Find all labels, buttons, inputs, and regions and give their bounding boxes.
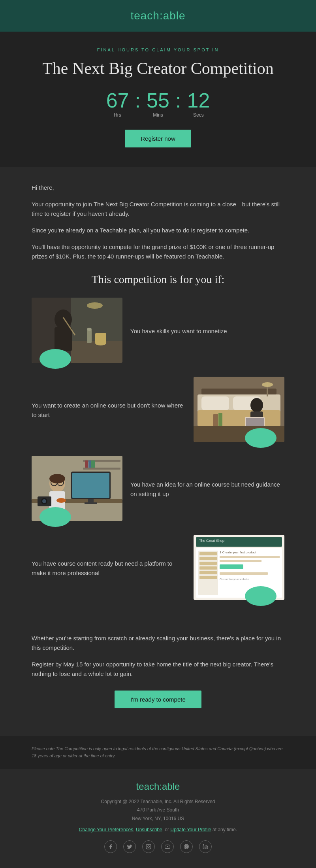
svg-rect-15 bbox=[198, 410, 280, 426]
countdown-hours-label: Hrs bbox=[102, 112, 134, 118]
footer-address-1: 470 Park Ave South bbox=[16, 806, 300, 815]
cta-para-2: Register by May 15 for your opportunity … bbox=[32, 660, 284, 679]
footer-copyright: Copyright @ 2022 Teachable, Inc. All Rig… bbox=[16, 798, 300, 806]
facebook-icon[interactable] bbox=[104, 840, 117, 853]
oval-decor-1 bbox=[40, 349, 71, 369]
countdown-seconds-label: Secs bbox=[182, 112, 214, 118]
svg-rect-4 bbox=[55, 327, 72, 351]
oval-decor-4 bbox=[245, 586, 276, 606]
ready-to-compete-button[interactable]: I'm ready to compete bbox=[115, 691, 201, 708]
feature-text-2: You want to create an online course but … bbox=[32, 401, 186, 420]
svg-point-46 bbox=[56, 498, 66, 503]
footer: teach:able Copyright @ 2022 Teachable, I… bbox=[0, 769, 316, 865]
svg-rect-5 bbox=[87, 329, 92, 343]
svg-rect-34 bbox=[72, 473, 109, 498]
body-para-3: You'll have the opportunity to compete f… bbox=[32, 242, 284, 261]
body-content: Hi there, Your opportunity to join The N… bbox=[0, 167, 316, 630]
footer-logo: teach:able bbox=[16, 781, 300, 792]
footer-logo-colon: : bbox=[159, 781, 162, 792]
twitter-icon[interactable] bbox=[123, 840, 136, 853]
feature-image-wrap-1 bbox=[32, 298, 122, 365]
svg-rect-20 bbox=[213, 414, 218, 426]
oval-decor-3 bbox=[40, 507, 71, 527]
change-preferences-link[interactable]: Change Your Preferences bbox=[79, 827, 133, 832]
countdown: 67 Hrs : 55 Mins : 12 Secs bbox=[32, 90, 284, 118]
countdown-sep-2: : bbox=[174, 90, 182, 111]
svg-rect-13 bbox=[201, 396, 229, 410]
svg-point-42 bbox=[49, 474, 65, 483]
svg-rect-29 bbox=[85, 460, 88, 468]
svg-rect-31 bbox=[91, 460, 95, 468]
feature-item-2: You want to create an online course but … bbox=[32, 377, 284, 444]
countdown-minutes-label: Mins bbox=[142, 112, 174, 118]
countdown-seconds-unit: 12 Secs bbox=[182, 90, 214, 118]
svg-point-9 bbox=[87, 302, 103, 309]
footer-links: Change Your Preferences, Unsubscribe, or… bbox=[16, 827, 300, 832]
svg-rect-11 bbox=[201, 389, 276, 394]
feature-text-3: You have an idea for an online course bu… bbox=[130, 480, 284, 499]
svg-rect-8 bbox=[95, 333, 106, 343]
legal-section: Please note The Competition is only open… bbox=[0, 736, 316, 769]
svg-point-6 bbox=[87, 328, 92, 331]
svg-rect-50 bbox=[203, 846, 204, 849]
cta-para-1: Whether you're starting from scratch or … bbox=[32, 634, 284, 653]
svg-rect-36 bbox=[85, 502, 97, 504]
cta-section: Whether you're starting from scratch or … bbox=[0, 630, 316, 736]
hero-pretitle: FINAL HOURS TO CLAIM YOUR SPOT IN bbox=[32, 47, 284, 52]
register-now-button[interactable]: Register now bbox=[125, 130, 191, 147]
svg-marker-49 bbox=[167, 846, 168, 848]
svg-rect-47 bbox=[146, 845, 151, 849]
instagram-icon[interactable] bbox=[142, 840, 155, 853]
svg-rect-21 bbox=[218, 413, 222, 426]
linkedin-icon[interactable] bbox=[199, 840, 212, 853]
footer-logo-rest: able bbox=[162, 781, 180, 792]
feature-text-4: You have course content ready but need a… bbox=[32, 559, 186, 578]
countdown-minutes-number: 55 bbox=[142, 90, 174, 111]
hero-title: The Next Big Creator Competition bbox=[32, 58, 284, 78]
footer-address: Copyright @ 2022 Teachable, Inc. All Rig… bbox=[16, 798, 300, 823]
feature-image-wrap-4: The Great Shop 1 Create your first bbox=[194, 535, 284, 602]
countdown-minutes-unit: 55 Mins bbox=[142, 90, 174, 118]
legal-text: Please note The Competition is only open… bbox=[32, 745, 284, 759]
platform-bar: The Great Shop bbox=[196, 537, 282, 547]
footer-address-2: New York, NY, 10016 US bbox=[16, 815, 300, 823]
update-profile-link[interactable]: Update Your Profile bbox=[170, 827, 211, 832]
section-title: This competition is for you if: bbox=[32, 273, 284, 286]
svg-rect-30 bbox=[88, 460, 91, 468]
header: teach:able bbox=[0, 0, 316, 32]
countdown-hours-unit: 67 Hrs bbox=[102, 90, 134, 118]
footer-link-suffix: at any time. bbox=[213, 827, 237, 832]
logo: teach:able bbox=[8, 9, 308, 22]
feature-item-1: You have skills you want to monetize bbox=[32, 298, 284, 365]
body-para-2: Since you're already on a Teachable plan… bbox=[32, 226, 284, 235]
unsubscribe-link[interactable]: Unsubscribe bbox=[136, 827, 162, 832]
youtube-icon[interactable] bbox=[161, 840, 174, 853]
svg-point-16 bbox=[250, 398, 263, 412]
logo-colon: : bbox=[160, 9, 163, 22]
svg-rect-28 bbox=[83, 468, 120, 470]
feature-text-1: You have skills you want to monetize bbox=[130, 326, 284, 336]
logo-rest: able bbox=[163, 9, 186, 22]
logo-text: teach bbox=[130, 9, 160, 22]
hero-section: FINAL HOURS TO CLAIM YOUR SPOT IN The Ne… bbox=[0, 32, 316, 167]
oval-decor-2 bbox=[245, 428, 276, 448]
greeting-text: Hi there, bbox=[32, 183, 284, 192]
countdown-seconds-number: 12 bbox=[182, 90, 214, 111]
pinterest-icon[interactable] bbox=[180, 840, 193, 853]
feature-item-4: The Great Shop 1 Create your first bbox=[32, 535, 284, 602]
svg-point-45 bbox=[42, 499, 46, 503]
svg-point-23 bbox=[262, 382, 273, 387]
feature-image-wrap-2 bbox=[194, 377, 284, 444]
feature-item-3: You have an idea for an online course bu… bbox=[32, 456, 284, 523]
countdown-hours-number: 67 bbox=[102, 90, 134, 111]
cta-button-wrap: I'm ready to compete bbox=[32, 691, 284, 708]
feature-image-wrap-3 bbox=[32, 456, 122, 523]
social-icons bbox=[16, 840, 300, 853]
svg-point-51 bbox=[203, 845, 204, 845]
footer-logo-text: teach bbox=[136, 781, 160, 792]
body-para-1: Your opportunity to join The Next Big Cr… bbox=[32, 200, 284, 219]
countdown-sep-1: : bbox=[134, 90, 142, 111]
